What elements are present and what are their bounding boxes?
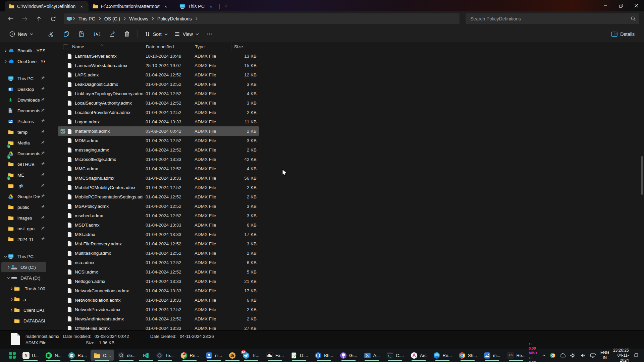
taskbar-fxsound[interactable]: Fx... [263,350,287,361]
taskbar-edge[interactable]: Re... [430,350,455,361]
sidebar-item-documents[interactable]: Documents [1,148,46,159]
close-button[interactable] [629,0,644,11]
notification-bell-icon[interactable] [633,352,639,358]
taskbar-terminal[interactable]: C:... [383,350,407,361]
row-checkbox[interactable] [60,279,65,284]
breadcrumb-item-windows[interactable]: Windows [126,15,151,22]
row-checkbox[interactable] [60,316,65,321]
table-row-mattermost-admx[interactable]: mattermost.admx03-08-2024 00:42ADMX File… [58,126,259,136]
clock[interactable]: 23:26:25 04-11-2024 [613,348,629,362]
row-checkbox-checked[interactable] [60,129,65,134]
breadcrumb-item-this-pc[interactable]: This PC [76,15,98,22]
table-row-lanmanworkstation-admx[interactable]: LanmanWorkstation.admx25-10-2024 19:07AD… [58,61,259,70]
row-checkbox[interactable] [60,232,65,237]
taskbar-chrome[interactable]: Sh... [455,350,480,361]
row-checkbox[interactable] [60,260,65,265]
taskbar-deepin-app[interactable]: de... [115,350,139,361]
taskbar-telegram-desktop[interactable]: Te... [153,350,177,361]
taskbar-notepad[interactable]: NU... [19,350,42,361]
row-checkbox[interactable] [60,288,65,293]
sidebar-item--trash-1000[interactable]: .Trash-1000 [1,284,46,294]
onedrive-tray-icon[interactable] [559,353,566,358]
sidebar-item-this-pc[interactable]: This PC [1,251,46,261]
sidebar-item-public[interactable]: public [1,202,46,212]
details-pane-button[interactable]: Details [608,29,638,39]
refresh-button[interactable] [47,13,59,24]
chevron-right-icon[interactable] [6,265,11,269]
table-row-networkconnections-admx[interactable]: NetworkConnections.admx01-04-2024 13:33A… [58,286,259,295]
taskbar-rambox[interactable]: Ra... [65,350,90,361]
taskbar-notepad-plus-plus[interactable]: D:... [287,350,311,361]
table-row-mmcsnapins-admx[interactable]: MMCSnapins.admx01-04-2024 13:33ADMX File… [58,173,259,183]
search-input[interactable] [470,16,631,21]
display-cast-tray-icon[interactable] [590,353,596,358]
sidebar-item-database[interactable]: DATABASE [1,316,46,326]
taskbar-powershell[interactable]: A... [361,350,383,361]
table-row-linklayertopologydiscovery-admx[interactable]: LinkLayerTopologyDiscovery.admx01-04-202… [58,89,259,98]
sort-button[interactable]: Sort [141,29,171,39]
column-header-name[interactable]: Name [58,42,143,51]
taskbar-vscode[interactable] [139,350,152,361]
row-checkbox[interactable] [60,157,65,162]
brightness-tray-icon[interactable] [570,353,576,358]
table-row-mmc-admx[interactable]: MMC.admx01-04-2024 12:52ADMX File4 KB [58,164,259,173]
tab-1[interactable]: C:\Windows\PolicyDefinitions× [5,1,89,11]
share-button[interactable] [105,28,120,40]
delete-button[interactable] [120,28,134,40]
row-checkbox[interactable] [60,54,65,59]
sidebar-item-2024-11[interactable]: 2024-11 [1,234,46,244]
taskbar-nimbus[interactable]: ni... [203,350,225,361]
row-checkbox[interactable] [60,204,65,209]
taskbar-discord[interactable] [226,350,239,361]
row-checkbox[interactable] [60,91,65,96]
table-row-mdm-admx[interactable]: MDM.admx01-04-2024 12:52ADMX File3 KB [58,136,259,145]
sidebar-item-github[interactable]: GITHUB [1,159,46,169]
row-checkbox[interactable] [60,110,65,115]
sidebar-item-google-drive[interactable]: Google Drive [1,191,46,201]
row-checkbox[interactable] [60,101,65,106]
sidebar-item-a[interactable]: a [1,294,46,304]
column-header-type[interactable]: Type [192,42,231,51]
rename-button[interactable] [89,29,105,40]
breadcrumb-item-os-c-[interactable]: OS (C:) [102,15,123,22]
tab-close-button[interactable]: × [162,3,169,10]
see-more-button[interactable] [202,29,217,39]
sidebar-item-bhautik-yesbi[interactable]: Bhautik - YESBI [1,46,46,56]
table-row-msdt-admx[interactable]: MSDT.admx01-04-2024 13:33ADMX File6 KB [58,220,259,230]
table-row-msapolicy-admx[interactable]: MSAPolicy.admx01-04-2024 12:52ADMX File3… [58,201,259,211]
vertical-scrollbar-thumb[interactable] [641,156,643,195]
sidebar-item-onedrive-yese[interactable]: OneDrive - YESE [1,56,46,66]
row-checkbox[interactable] [60,194,65,199]
table-row-msi-admx[interactable]: MSI.admx01-04-2024 13:33ADMX File17 KB [58,230,259,239]
table-row-offlinefiles-admx[interactable]: OfflineFiles.admx01-04-2024 13:33ADMX Fi… [58,323,259,330]
copy-button[interactable] [59,28,74,40]
select-all-checkbox[interactable] [63,44,68,49]
row-checkbox[interactable] [60,241,65,246]
sidebar-item-msi-gpo[interactable]: msi_gpo [1,224,46,234]
back-button[interactable] [5,13,17,24]
forward-button[interactable] [19,13,31,24]
tab-close-button[interactable]: × [207,3,215,10]
sidebar-item--git[interactable]: .git [1,181,46,191]
table-row-lanmanserver-admx[interactable]: LanmanServer.admx18-10-2024 10:48ADMX Fi… [58,51,259,61]
table-row-mobilepcmobilitycenter-admx[interactable]: MobilePCMobilityCenter.admx01-04-2024 12… [58,183,259,192]
column-header-size[interactable]: Size [231,42,259,51]
sidebar-item-temp[interactable]: temp [1,127,46,137]
table-row-laps-admx[interactable]: LAPS.admx01-04-2024 12:52ADMX File12 KB [58,70,259,79]
chevron-right-icon[interactable] [3,49,8,53]
table-row-networkprovider-admx[interactable]: NetworkProvider.admx01-04-2024 12:52ADMX… [58,305,259,314]
language-indicator[interactable]: ENG IN [600,350,609,360]
table-row-microsoftedge-admx[interactable]: MicrosoftEdge.admx01-04-2024 13:33ADMX F… [58,155,259,164]
row-checkbox[interactable] [60,298,65,303]
minimize-button[interactable] [598,0,613,11]
table-row-messaging-admx[interactable]: messaging.admx01-04-2024 12:52ADMX File2… [58,145,259,155]
row-checkbox[interactable] [60,185,65,190]
taskbar-onepassword[interactable]: Bh... [312,350,336,361]
chevron-right-icon[interactable] [9,308,14,312]
sidebar-item-desktop[interactable]: Desktop [1,84,46,94]
row-checkbox[interactable] [60,166,65,171]
sidebar-item-media[interactable]: Media [1,138,46,148]
sidebar-item-data-d-[interactable]: DATA (D:) [1,273,46,283]
chrome-tray-icon[interactable] [550,353,555,358]
tab-3[interactable]: This PC× [175,1,218,11]
